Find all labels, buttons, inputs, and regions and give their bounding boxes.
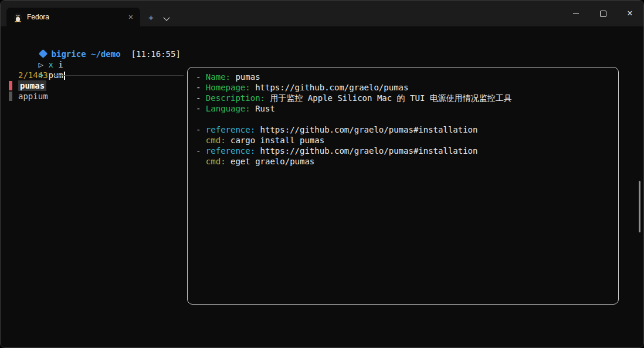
text-cursor [64,72,65,80]
preview-line: - Description: 用于监控 Apple Silicon Mac 的 … [196,93,612,103]
chevron-down-icon[interactable] [163,14,170,21]
preview-line: cmd: cargo install pumas [196,135,612,146]
close-button[interactable]: × [616,1,643,26]
fzf-counter-row: 2/1443 [9,70,184,80]
preview-value: https://github.com/graelo/pumas [250,83,409,92]
tab-fedora[interactable]: Fedora × [6,8,140,26]
item-marker-icon [9,92,12,101]
preview-value: https://github.com/graelo/pumas#installa… [255,125,477,134]
preview-value: cargo install pumas [226,136,325,145]
minimize-button[interactable] [562,1,589,26]
preview-line: - Name: pumas [196,72,612,82]
list-item-label[interactable]: appium [18,91,48,102]
preview-key: cmd: [206,157,226,166]
preview-key: Language: [206,104,250,113]
shell-prompt-line: bigrice ~/demo[11:16:55] [9,38,643,49]
scrollbar-thumb[interactable] [639,181,640,232]
fzf-preview-panel: - Name: pumas - Homepage: https://github… [187,67,619,305]
fzf-match-counter: 2/1443 [18,70,48,80]
preview-line [196,114,612,124]
separator-line [53,75,184,76]
selection-pointer-icon [9,81,12,90]
preview-value: https://github.com/graelo/pumas#installa… [255,146,477,156]
preview-key: reference: [206,125,255,134]
terminal-body[interactable]: bigrice ~/demo[11:16:55] ▷ x i > pum 2/1… [1,26,643,347]
command-arg: i [58,60,63,69]
maximize-icon [600,11,606,17]
preview-key: Description: [206,93,265,103]
command-name: x [48,60,53,69]
terminal-window: Fedora × + × bigrice ~/demo[11:16:55] ▷ … [0,0,644,348]
preview-key: Name: [206,72,231,82]
tab-title: Fedora [27,13,126,21]
preview-value: eget graelo/pumas [226,157,315,166]
window-controls: × [562,1,643,26]
titlebar: Fedora × + × [1,1,643,26]
minimize-icon [573,13,579,14]
prompt-user-path: bigrice ~/demo [52,49,121,59]
maximize-button[interactable] [589,1,616,26]
preview-key: Homepage: [206,83,250,92]
preview-key: reference: [206,146,255,156]
preview-value: 用于监控 Apple Silicon Mac 的 TUI 电源使用情况监控工具 [265,93,512,103]
linux-penguin-icon [13,12,22,22]
preview-line: - Language: Rust [196,103,612,114]
blue-diamond-icon [38,49,48,59]
preview-value: Rust [250,104,275,113]
prompt-time: [11:16:55] [131,49,181,59]
list-item-label[interactable]: pumas [18,80,46,91]
preview-line: cmd: eget graelo/pumas [196,156,612,167]
preview-line: - Homepage: https://github.com/graelo/pu… [196,82,612,93]
preview-key: cmd: [206,136,226,145]
prompt-arrow-icon: ▷ [39,60,43,69]
tab-close-icon[interactable]: × [126,12,135,22]
new-tab-button[interactable]: + [148,12,154,22]
preview-line: - reference: https://github.com/graelo/p… [196,124,612,135]
preview-line: - reference: https://github.com/graelo/p… [196,146,612,156]
preview-value: pumas [231,72,260,82]
